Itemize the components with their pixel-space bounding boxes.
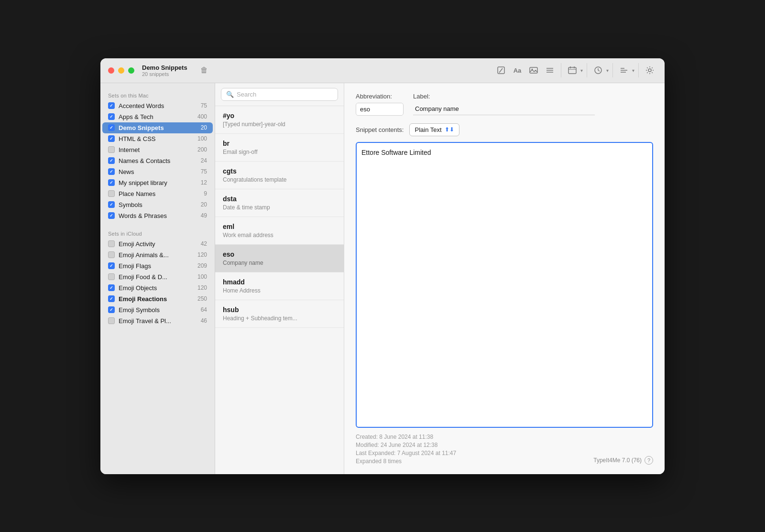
abbreviation-input[interactable] (356, 103, 404, 116)
sidebar-item-emoji-objects[interactable]: Emoji Objects120 (102, 282, 213, 293)
minimize-button[interactable] (118, 67, 124, 74)
checkbox-words-phrases[interactable] (108, 212, 115, 219)
snippet-item-br[interactable]: brEmail sign-off (215, 134, 344, 162)
snippet-desc-br: Email sign-off (223, 149, 336, 155)
cloud-section-label: Sets in iCloud (100, 227, 215, 239)
checkbox-emoji-food[interactable] (108, 273, 115, 280)
sidebar-item-emoji-reactions[interactable]: Emoji Reactions250 (102, 293, 213, 304)
sidebar-item-emoji-food[interactable]: Emoji Food & D...100 (102, 271, 213, 282)
checkbox-emoji-travel[interactable] (108, 317, 115, 324)
sidebar-item-count-demo-snippets: 20 (201, 124, 207, 131)
sidebar-item-label-names-contacts: Names & Contacts (119, 157, 199, 164)
checkbox-place-names[interactable] (108, 190, 115, 197)
checkbox-emoji-reactions[interactable] (108, 295, 115, 302)
checkbox-emoji-objects[interactable] (108, 284, 115, 291)
sidebar-item-my-snippet-library[interactable]: My snippet library12 (102, 177, 213, 188)
sidebar-item-accented-words[interactable]: Accented Words75 (102, 100, 213, 111)
version-info: TypeIt4Me 7.0 (76) ? (593, 456, 653, 465)
sidebar-item-emoji-travel[interactable]: Emoji Travel & Pl...46 (102, 315, 213, 326)
snippet-item-dsta[interactable]: dstaDate & time stamp (215, 189, 344, 217)
sidebar-item-label-words-phrases: Words & Phrases (119, 212, 199, 219)
sidebar-item-label-emoji-animals: Emoji Animals &... (119, 251, 196, 259)
close-button[interactable] (108, 67, 114, 74)
checkbox-news[interactable] (108, 168, 115, 175)
checkbox-symbols[interactable] (108, 201, 115, 208)
titlebar: Demo Snippets 20 snippets 🗑 Aa (100, 58, 665, 83)
sidebar-item-html-css[interactable]: HTML & CSS100 (102, 133, 213, 144)
checkbox-accented-words[interactable] (108, 102, 115, 109)
sidebar-item-words-phrases[interactable]: Words & Phrases49 (102, 210, 213, 221)
snippet-type-value: Plain Text (415, 126, 441, 133)
svg-point-17 (648, 69, 651, 72)
sidebar-item-internet[interactable]: Internet200 (102, 144, 213, 155)
snippet-item-hmadd[interactable]: hmaddHome Address (215, 272, 344, 300)
snippet-item-cgts[interactable]: cgtsCongratulations template (215, 162, 344, 189)
checkbox-internet[interactable] (108, 146, 115, 153)
clock-chevron: ▾ (606, 68, 609, 73)
calendar-chevron: ▾ (580, 68, 583, 73)
sidebar-item-count-place-names: 9 (204, 190, 207, 197)
label-field-group: Label: (413, 93, 595, 116)
checkbox-apps-tech[interactable] (108, 113, 115, 120)
checkbox-emoji-flags[interactable] (108, 262, 115, 269)
sidebar-item-count-words-phrases: 49 (201, 212, 207, 219)
sidebar-item-count-emoji-food: 100 (197, 273, 207, 280)
snippet-list: #yo[Typed number]-year-oldbrEmail sign-o… (215, 106, 344, 474)
snippet-desc-eml: Work email address (223, 232, 336, 239)
snippet-abbr-hsub: hsub (223, 306, 336, 314)
checkbox-html-css[interactable] (108, 135, 115, 142)
label-input[interactable] (413, 103, 595, 115)
toolbar-divider-4 (638, 63, 639, 77)
sidebar-item-label-emoji-reactions: Emoji Reactions (119, 295, 196, 303)
checkbox-names-contacts[interactable] (108, 157, 115, 164)
toolbar-divider-3 (612, 63, 613, 77)
image-button[interactable] (526, 63, 541, 77)
snippet-abbr-yo: #yo (223, 112, 336, 119)
mac-section-label: Sets on this Mac (100, 89, 215, 100)
content-textarea[interactable]: Ettore Software Limited (356, 142, 653, 428)
checkbox-emoji-symbols[interactable] (108, 306, 115, 313)
checkbox-emoji-animals[interactable] (108, 251, 115, 258)
snippet-item-yo[interactable]: #yo[Typed number]-year-old (215, 106, 344, 134)
calendar-button[interactable] (565, 63, 579, 77)
titlebar-left: Demo Snippets 20 snippets 🗑 (108, 63, 494, 77)
font-button[interactable]: Aa (510, 63, 525, 77)
trash-button[interactable]: 🗑 (197, 63, 211, 77)
snippet-desc-cgts: Congratulations template (223, 176, 336, 183)
maximize-button[interactable] (128, 67, 134, 74)
search-input[interactable] (237, 91, 333, 98)
settings-button[interactable] (643, 63, 657, 77)
clock-button[interactable] (591, 63, 605, 77)
compose-button[interactable] (494, 63, 508, 77)
snippet-item-eso[interactable]: esoCompany name (215, 245, 344, 272)
snippet-desc-hsub: Heading + Subheading tem... (223, 315, 336, 322)
sidebar-item-place-names[interactable]: Place Names9 (102, 188, 213, 199)
sidebar-item-label-internet: Internet (119, 146, 196, 153)
checkbox-my-snippet-library[interactable] (108, 179, 115, 186)
search-input-wrap[interactable]: 🔍 (221, 88, 338, 101)
help-button[interactable]: ? (645, 456, 653, 465)
meta-modified: Modified: 24 June 2024 at 12:38 (356, 442, 456, 448)
sidebar-item-emoji-animals[interactable]: Emoji Animals &...120 (102, 250, 213, 261)
sidebar-item-names-contacts[interactable]: Names & Contacts24 (102, 155, 213, 166)
sidebar-item-count-symbols: 20 (201, 201, 207, 208)
sidebar-item-emoji-flags[interactable]: Emoji Flags209 (102, 261, 213, 271)
main-window: Demo Snippets 20 snippets 🗑 Aa (100, 58, 665, 474)
sidebar-item-emoji-activity[interactable]: Emoji Activity42 (102, 239, 213, 250)
sidebar-item-emoji-symbols[interactable]: Emoji Symbols64 (102, 304, 213, 315)
list-button[interactable] (543, 63, 557, 77)
sidebar-item-apps-tech[interactable]: Apps & Tech400 (102, 111, 213, 122)
sidebar-item-symbols[interactable]: Symbols20 (102, 199, 213, 210)
sidebar-item-count-emoji-symbols: 64 (201, 306, 207, 313)
snippet-item-eml[interactable]: emlWork email address (215, 217, 344, 245)
sidebar-item-demo-snippets[interactable]: Demo Snippets20 (102, 122, 213, 133)
snippet-abbr-cgts: cgts (223, 167, 336, 175)
sidebar-item-news[interactable]: News75 (102, 166, 213, 177)
format-button[interactable] (617, 63, 631, 77)
snippet-abbr-eml: eml (223, 223, 336, 230)
snippet-item-hsub[interactable]: hsubHeading + Subheading tem... (215, 300, 344, 328)
checkbox-demo-snippets[interactable] (108, 124, 115, 131)
version-label: TypeIt4Me 7.0 (76) (593, 457, 642, 464)
snippet-type-select[interactable]: Plain Text ⬆⬇ (409, 123, 459, 136)
checkbox-emoji-activity[interactable] (108, 240, 115, 247)
